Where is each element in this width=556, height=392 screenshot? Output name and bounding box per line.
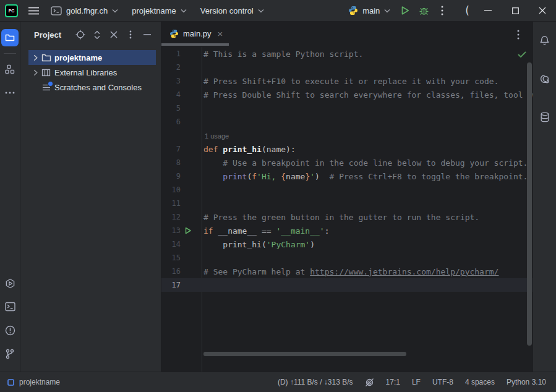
project-widget[interactable]: projektname [126, 2, 192, 19]
inspections-widget[interactable] [365, 378, 374, 387]
code-text[interactable]: # See PyCharm help at https://www.jetbra… [202, 267, 532, 276]
locate-file-button[interactable] [74, 28, 87, 41]
chevron-right-icon[interactable] [30, 54, 41, 61]
more-toolwindows-button[interactable] [1, 84, 19, 101]
tree-item-scratches[interactable]: Scratches and Consoles [28, 80, 156, 95]
python-icon [169, 29, 179, 38]
close-button[interactable] [529, 0, 556, 21]
code-line-16: 16# See PyCharm help at https://www.jetb… [161, 265, 532, 278]
ellipsis-icon [5, 92, 15, 94]
vcs-widget[interactable]: Version control [195, 2, 270, 19]
crescent-icon: ( [465, 4, 469, 17]
project-status-icon [7, 379, 14, 386]
hamburger-icon [28, 7, 39, 15]
line-number: 7 [161, 145, 181, 153]
run-line-icon[interactable] [184, 227, 194, 234]
collapse-all-button[interactable] [108, 28, 120, 41]
code-line-7: 7def print_hi(name): [161, 142, 532, 156]
indent-widget[interactable]: 4 spaces [465, 378, 495, 386]
tab-label: main.py [183, 29, 212, 38]
python-icon [348, 6, 358, 15]
line-ending-widget[interactable]: LF [412, 378, 421, 386]
services-toolwindow-button[interactable] [1, 275, 19, 292]
expand-collapse-button[interactable] [91, 28, 103, 41]
kebab-icon [517, 30, 520, 40]
terminal-toolwindow-button[interactable] [1, 298, 19, 315]
close-icon [539, 7, 546, 14]
line-number: 6 [161, 117, 181, 126]
network-stats: (D) ↑111 B/s / ↓313 B/s [278, 378, 353, 386]
code-text[interactable]: 1 usage [202, 131, 532, 140]
problems-icon [5, 325, 15, 336]
project-toolwindow-button[interactable] [1, 29, 19, 46]
ai-assistant-button[interactable] [536, 70, 554, 87]
code-text[interactable]: print(f'Hi, {name}') # Press Ctrl+F8 to … [202, 172, 532, 181]
tree-item-projektname[interactable]: projektname [28, 50, 156, 65]
line-number: 14 [161, 240, 181, 249]
editor-options-button[interactable] [509, 26, 528, 43]
code-text[interactable]: if __name__ == '__main__': [202, 226, 532, 236]
highlighting-off-icon [365, 378, 374, 387]
tree-item-label: projektname [54, 53, 102, 62]
folder-icon [41, 53, 51, 62]
caret-position-widget[interactable]: 17:1 [386, 378, 400, 386]
editor-area: main.py × 1# This is a sample Python scr… [161, 22, 532, 372]
hide-panel-button[interactable] [141, 28, 153, 41]
run-config-widget[interactable]: main [343, 2, 396, 19]
active-tab-indicator [161, 43, 229, 46]
pycharm-logo-icon: PC [5, 4, 18, 17]
stripe-divider [4, 53, 16, 54]
vertical-scrollbar[interactable] [527, 62, 532, 346]
code-line-12: 12# Press the green button in the gutter… [161, 210, 532, 224]
line-number: 11 [161, 199, 181, 208]
minimize-button[interactable] [474, 0, 502, 21]
code-line-15: 15 [161, 251, 532, 265]
bug-icon [419, 6, 429, 16]
chevron-right-icon[interactable] [30, 69, 41, 76]
maximize-icon [512, 7, 519, 14]
usage-inlay-hint[interactable]: 1 usage [203, 132, 229, 140]
code-text[interactable]: def print_hi(name): [202, 145, 532, 154]
encoding-widget[interactable]: UTF-8 [432, 378, 453, 386]
code-line-6: 6 [161, 115, 532, 129]
play-icon [400, 6, 410, 15]
inspection-ok-icon[interactable] [518, 51, 526, 58]
vcs-widget-label: Version control [200, 6, 254, 15]
git-toolwindow-button[interactable] [1, 345, 19, 362]
structure-toolwindow-button[interactable] [1, 61, 19, 78]
main-menu-button[interactable] [24, 2, 43, 19]
tab-main-py[interactable]: main.py × [161, 22, 229, 47]
code-editor[interactable]: 1# This is a sample Python script.23# Pr… [161, 47, 532, 372]
code-line-17: 17 [161, 278, 532, 292]
line-number: 17 [161, 281, 181, 289]
more-actions-button[interactable] [433, 2, 451, 19]
code-line-11: 11 [161, 197, 532, 210]
kebab-icon [441, 6, 443, 15]
code-line-14: 14 print_hi('PyCharm') [161, 237, 532, 251]
code-text[interactable]: # Press the green button in the gutter t… [202, 213, 532, 222]
code-line-1: 1# This is a sample Python script. [161, 47, 532, 61]
debug-button[interactable] [414, 2, 433, 19]
notifications-button[interactable] [536, 32, 554, 49]
code-text[interactable]: print_hi('PyCharm') [202, 240, 532, 249]
line-number: 9 [161, 172, 181, 181]
panel-options-button[interactable] [124, 28, 137, 41]
problems-toolwindow-button[interactable] [1, 322, 19, 339]
horizontal-scrollbar[interactable] [203, 352, 406, 356]
code-text[interactable]: # Press Double Shift to search everywher… [202, 90, 532, 100]
remote-host-widget[interactable]: gold.fhgr.ch [45, 2, 124, 19]
tree-item-external-libraries[interactable]: External Libraries [28, 65, 156, 80]
run-button[interactable] [396, 2, 414, 19]
code-text[interactable]: # This is a sample Python script. [202, 49, 532, 59]
code-text[interactable]: # Use a breakpoint in the code line belo… [202, 158, 532, 168]
code-line-5: 5 [161, 101, 532, 115]
maximize-button[interactable] [502, 0, 529, 21]
tab-close-icon[interactable]: × [218, 29, 223, 38]
statusbar-project-name: projektname [19, 378, 60, 386]
project-tool-window: Project [20, 22, 161, 372]
code-text[interactable]: # Press Shift+F10 to execute it or repla… [202, 77, 532, 86]
project-panel-header: Project [20, 22, 161, 48]
library-icon [41, 68, 51, 77]
interpreter-widget[interactable]: Python 3.10 [507, 378, 546, 386]
database-button[interactable] [536, 108, 554, 126]
